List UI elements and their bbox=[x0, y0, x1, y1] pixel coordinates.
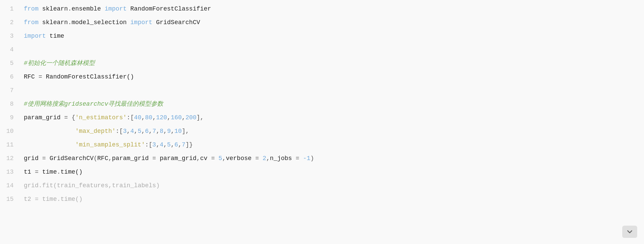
token-plain: () bbox=[126, 73, 134, 80]
line-content[interactable] bbox=[20, 86, 644, 95]
token-gray: = bbox=[31, 196, 42, 203]
token-plain: param_grid bbox=[160, 155, 197, 162]
line-number: 1 bbox=[0, 4, 20, 14]
token-plain: grid bbox=[24, 155, 38, 162]
code-line: 14grid.fit(train_features,train_labels) bbox=[0, 180, 644, 194]
line-content[interactable]: t1 = time.time() bbox=[20, 167, 644, 177]
token-number: 160 bbox=[171, 114, 182, 121]
code-line: 10 'max_depth':[3,4,5,6,7,8,9,10], bbox=[0, 126, 644, 139]
token-kw: from bbox=[24, 19, 38, 26]
token-gray: fit bbox=[42, 182, 53, 189]
line-content[interactable]: grid.fit(train_features,train_labels) bbox=[20, 181, 644, 191]
token-op: :[ bbox=[116, 128, 123, 135]
token-plain: model_selection bbox=[71, 19, 130, 26]
token-number: 7 bbox=[182, 141, 186, 148]
token-op: , bbox=[141, 114, 145, 121]
token-number: 8 bbox=[160, 128, 164, 135]
code-line: 9param_grid = {'n_estimators':[40,80,120… bbox=[0, 112, 644, 126]
token-plain: param_grid bbox=[24, 114, 61, 121]
token-op: , bbox=[141, 128, 145, 135]
line-content[interactable]: #使用网格搜索gridsearchcv寻找最佳的模型参数 bbox=[20, 99, 644, 109]
token-gray: train_features bbox=[57, 182, 108, 189]
token-op: ], bbox=[182, 128, 189, 135]
token-kw: from bbox=[24, 5, 38, 12]
scroll-down-button[interactable] bbox=[622, 226, 637, 238]
token-kw: import bbox=[130, 19, 152, 26]
token-op: ], bbox=[197, 114, 204, 121]
token-plain: n_jobs bbox=[270, 155, 292, 162]
token-op: = bbox=[292, 155, 303, 162]
token-op: = bbox=[31, 169, 42, 175]
line-number: 11 bbox=[0, 140, 20, 150]
token-plain: RandomForestClassifier bbox=[46, 73, 127, 80]
line-content[interactable]: grid = GridSearchCV(RFC,param_grid = par… bbox=[20, 154, 644, 163]
token-plain: time bbox=[42, 169, 57, 175]
line-number: 8 bbox=[0, 99, 20, 109]
code-line: 13t1 = time.time() bbox=[0, 167, 644, 180]
token-op: = { bbox=[61, 114, 75, 121]
line-content[interactable]: #初始化一个随机森林模型 bbox=[20, 58, 644, 68]
token-plain bbox=[24, 141, 75, 148]
token-number: 5 bbox=[138, 128, 141, 135]
token-plain: t1 bbox=[24, 169, 31, 175]
token-number: 4 bbox=[160, 141, 164, 148]
line-content[interactable]: 'max_depth':[3,4,5,6,7,8,9,10], bbox=[20, 126, 644, 136]
token-op: . bbox=[68, 19, 72, 26]
token-op: , bbox=[149, 128, 152, 135]
line-content[interactable]: from sklearn.model_selection import Grid… bbox=[20, 18, 644, 28]
token-op: = bbox=[252, 155, 262, 162]
token-gray: train_labels bbox=[112, 182, 156, 189]
token-number: 9 bbox=[167, 128, 171, 135]
token-string: 'n_estimators' bbox=[75, 114, 126, 121]
token-kw: import bbox=[105, 5, 127, 12]
token-op: , bbox=[126, 128, 130, 135]
token-number: 5 bbox=[167, 141, 171, 148]
line-number: 15 bbox=[0, 194, 20, 204]
line-number: 9 bbox=[0, 113, 20, 123]
token-comment: #使用网格搜索gridsearchcv寻找最佳的模型参数 bbox=[24, 101, 163, 107]
token-op: . bbox=[68, 5, 72, 12]
line-content[interactable] bbox=[20, 45, 644, 55]
line-content[interactable]: RFC = RandomForestClassifier() bbox=[20, 72, 644, 82]
token-op: = bbox=[207, 155, 218, 162]
token-op: , bbox=[156, 128, 160, 135]
token-number: 4 bbox=[130, 128, 134, 135]
token-gray: grid bbox=[24, 182, 38, 189]
token-plain: GridSearchCV bbox=[152, 19, 200, 26]
token-comment: #初始化一个随机森林模型 bbox=[24, 60, 95, 67]
token-gray: . bbox=[38, 182, 42, 189]
token-plain: cv bbox=[200, 155, 208, 162]
line-content[interactable]: param_grid = {'n_estimators':[40,80,120,… bbox=[20, 113, 644, 123]
token-plain: time bbox=[46, 33, 64, 39]
line-number: 4 bbox=[0, 45, 20, 55]
token-gray: , bbox=[108, 182, 112, 189]
token-number: 7 bbox=[152, 128, 156, 135]
line-content[interactable]: import time bbox=[20, 31, 644, 41]
token-plain: time bbox=[61, 169, 75, 175]
token-op: , bbox=[266, 155, 270, 162]
token-gray: . bbox=[57, 196, 61, 203]
token-gray: () bbox=[75, 196, 83, 203]
code-line: 7 bbox=[0, 85, 644, 99]
line-content[interactable]: 'min_samples_split':[3,4,5,6,7]} bbox=[20, 140, 644, 150]
token-number: 6 bbox=[174, 141, 178, 148]
token-number: 5 bbox=[219, 155, 222, 162]
token-op: , bbox=[152, 114, 156, 121]
token-op: = bbox=[38, 155, 49, 162]
token-number: 200 bbox=[185, 114, 196, 121]
token-gray: t2 bbox=[24, 196, 31, 203]
token-plain bbox=[24, 128, 75, 135]
line-content[interactable]: t2 = time.time() bbox=[20, 194, 644, 204]
token-plain: () bbox=[75, 169, 83, 175]
token-plain: GridSearchCV bbox=[50, 155, 94, 162]
token-op: , bbox=[197, 155, 200, 162]
line-number: 5 bbox=[0, 58, 20, 68]
token-string: 'max_depth' bbox=[75, 128, 116, 135]
token-gray: ( bbox=[53, 182, 57, 189]
token-kw: import bbox=[24, 33, 46, 39]
token-op: , bbox=[156, 141, 160, 148]
line-number: 7 bbox=[0, 86, 20, 95]
token-op: ( bbox=[94, 155, 97, 162]
line-content[interactable]: from sklearn.ensemble import RandomFores… bbox=[20, 4, 644, 14]
token-plain: RFC bbox=[24, 73, 35, 80]
